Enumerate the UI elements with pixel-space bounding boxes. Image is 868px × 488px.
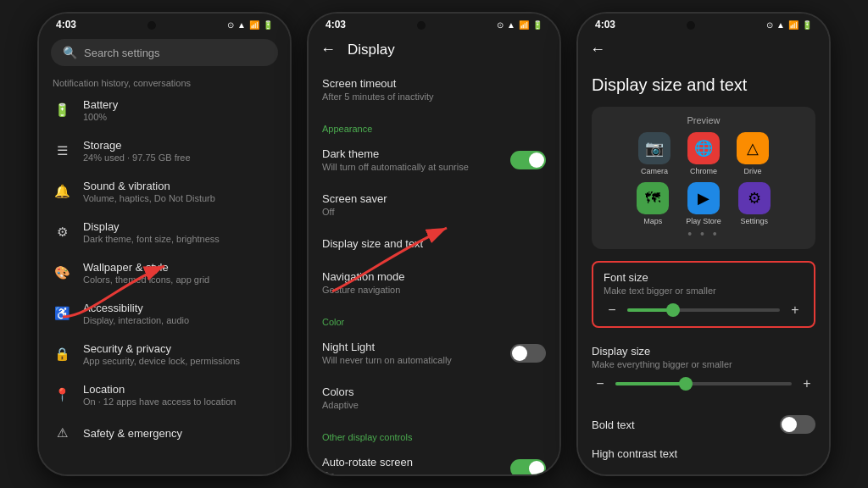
font-size-decrease-btn[interactable]: −	[604, 302, 620, 318]
settings-item-safety[interactable]: ⚠ Safety & emergency	[42, 415, 287, 451]
preview-app-maps: 🗺 Maps	[637, 182, 669, 225]
font-size-title: Font size	[604, 271, 804, 284]
appearance-section-label: Appearance	[309, 112, 559, 137]
back-button-3[interactable]: ←	[590, 41, 605, 58]
night-light-toggle[interactable]	[510, 344, 546, 363]
display-size-increase-btn[interactable]: +	[798, 376, 815, 391]
phones-container: 4:03 ⊙ ▲ 📶 🔋 🔍 Search settings Notificat…	[0, 0, 868, 488]
screen-timeout-title: Screen timeout	[322, 77, 433, 90]
display-size-title: Display size	[592, 345, 815, 358]
battery-icon: 🔋	[53, 101, 71, 119]
preview-row-1: 📷 Camera 🌐 Chrome △ Drive	[600, 132, 807, 175]
display-title: Display	[83, 220, 220, 233]
status-bar-1: 4:03 ⊙ ▲ 📶 🔋	[39, 14, 290, 32]
drive-app-icon: △	[737, 132, 769, 164]
playstore-app-icon: ▶	[687, 182, 720, 214]
accessibility-icon: ♿	[53, 304, 71, 323]
phone3-wrapper: 4:03 ⊙ ▲ 📶 🔋 ← Display size and text Pre…	[576, 12, 831, 476]
screen-saver-item[interactable]: Screen saver Off	[309, 182, 559, 227]
storage-icon: ☰	[53, 141, 71, 160]
screen-saver-sub: Off	[322, 207, 387, 217]
location-subtitle: On · 12 apps have access to location	[83, 396, 236, 407]
font-size-slider-thumb[interactable]	[666, 303, 680, 317]
search-icon: 🔍	[63, 46, 77, 59]
wallpaper-title: Wallpaper & style	[83, 261, 209, 274]
sound-subtitle: Volume, haptics, Do Not Disturb	[83, 193, 215, 203]
camera-notch-3	[687, 21, 695, 30]
settings-item-location[interactable]: 📍 Location On · 12 apps have access to l…	[42, 374, 287, 415]
status-icons-1: ⊙ ▲ 📶 🔋	[227, 20, 273, 30]
colors-item[interactable]: Colors Adaptive	[309, 375, 559, 420]
display-page-title: Display	[348, 42, 395, 58]
settings-list: Notification history, conversations 🔋 Ba…	[39, 73, 290, 474]
night-light-item[interactable]: Night Light Will never turn on automatic…	[309, 330, 559, 375]
screen-saver-title: Screen saver	[322, 192, 387, 205]
location-icon: 📍	[53, 385, 71, 404]
dark-theme-item[interactable]: Dark theme Will turn off automatically a…	[309, 137, 559, 182]
display-size-decrease-btn[interactable]: −	[592, 376, 609, 391]
chrome-app-icon: 🌐	[687, 132, 720, 164]
settings-item-accessibility[interactable]: ♿ Accessibility Display, interaction, au…	[42, 293, 287, 334]
bold-text-title: Bold text	[592, 419, 635, 431]
maps-app-icon: 🗺	[637, 182, 669, 214]
screen-timeout-sub: After 5 minutes of inactivity	[322, 92, 433, 102]
camera-app-label: Camera	[641, 167, 668, 175]
phone2: 4:03 ⊙ ▲ 📶 🔋 ← Display Screen	[307, 12, 561, 476]
nav-mode-item[interactable]: Navigation mode Gesture navigation	[309, 260, 559, 305]
display-size-text-title: Display size and text	[322, 237, 423, 250]
colors-title: Colors	[322, 385, 359, 398]
settings-item-storage[interactable]: ☰ Storage 24% used · 97.75 GB free	[42, 130, 287, 171]
battery-title: Battery	[83, 98, 118, 111]
preview-app-playstore: ▶ Play Store	[686, 182, 721, 225]
auto-rotate-toggle[interactable]	[510, 459, 546, 475]
preview-app-camera: 📷 Camera	[638, 132, 670, 175]
screen-timeout-item[interactable]: Screen timeout After 5 minutes of inacti…	[309, 67, 559, 112]
screen2-content: ← Display Screen timeout After 5 minutes…	[309, 32, 559, 474]
status-bar-3: 4:03 ⊙ ▲ 📶 🔋	[578, 14, 829, 32]
display-size-slider[interactable]	[615, 382, 792, 385]
display-size-slider-row: − +	[592, 376, 815, 391]
phone2-wrapper: 4:03 ⊙ ▲ 📶 🔋 ← Display Screen	[307, 12, 561, 476]
settings-app-label: Settings	[741, 217, 769, 225]
preview-icons: 📷 Camera 🌐 Chrome △ Drive	[600, 132, 807, 225]
back-button-2[interactable]: ←	[320, 41, 336, 58]
safety-icon: ⚠	[53, 424, 71, 442]
settings-item-display[interactable]: ⚙ Display Dark theme, font size, brightn…	[42, 212, 287, 252]
preview-app-settings: ⚙ Settings	[738, 182, 771, 225]
accessibility-subtitle: Display, interaction, audio	[83, 315, 189, 325]
settings-item-sound[interactable]: 🔔 Sound & vibration Volume, haptics, Do …	[42, 171, 287, 212]
display-size-section: Display size Make everything bigger or s…	[592, 338, 815, 398]
camera-notch-1	[147, 21, 156, 30]
chrome-app-label: Chrome	[690, 167, 717, 175]
phone1: 4:03 ⊙ ▲ 📶 🔋 🔍 Search settings Notificat…	[37, 12, 292, 476]
nav-mode-title: Navigation mode	[322, 270, 405, 283]
settings-item-wallpaper[interactable]: 🎨 Wallpaper & style Colors, themed icons…	[42, 252, 287, 293]
night-light-sub: Will never turn on automatically	[322, 355, 452, 365]
screen1-content: 🔍 Search settings Notification history, …	[39, 32, 290, 474]
font-size-increase-btn[interactable]: +	[787, 302, 804, 318]
time-2: 4:03	[326, 19, 346, 30]
settings-item-security[interactable]: 🔒 Security & privacy App security, devic…	[42, 334, 287, 374]
phone1-wrapper: 4:03 ⊙ ▲ 📶 🔋 🔍 Search settings Notificat…	[37, 12, 292, 476]
dst-page-header: ←	[578, 32, 829, 67]
display-size-slider-thumb[interactable]	[679, 377, 693, 391]
time-3: 4:03	[595, 19, 615, 30]
camera-app-icon: 📷	[638, 132, 670, 164]
bold-text-toggle[interactable]	[780, 415, 815, 434]
font-size-slider[interactable]	[627, 308, 780, 312]
font-size-sub: Make text bigger or smaller	[604, 286, 804, 296]
time-1: 4:03	[56, 19, 76, 30]
status-bar-2: 4:03 ⊙ ▲ 📶 🔋	[309, 14, 559, 32]
display-size-text-item[interactable]: Display size and text	[309, 227, 559, 260]
display-page-header: ← Display	[309, 32, 559, 67]
dst-title: Display size and text	[592, 75, 815, 95]
dark-theme-sub: Will turn off automatically at sunrise	[322, 162, 469, 172]
auto-rotate-item[interactable]: Auto-rotate screen On	[309, 446, 559, 474]
settings-item-battery[interactable]: 🔋 Battery 100%	[42, 90, 287, 130]
maps-app-label: Maps	[643, 217, 662, 225]
other-section-label: Other display controls	[309, 420, 559, 446]
security-icon: 🔒	[53, 345, 71, 363]
night-light-title: Night Light	[322, 341, 452, 353]
search-bar[interactable]: 🔍 Search settings	[51, 39, 278, 66]
dark-theme-toggle[interactable]	[510, 151, 546, 169]
